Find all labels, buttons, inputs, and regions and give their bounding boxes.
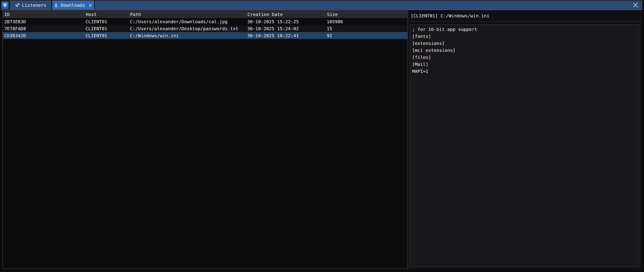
file-content-line: [fonts] — [412, 33, 637, 40]
file-content-line: ; for 16-bit app support — [412, 26, 637, 33]
cell-id: 7E78FAD8 — [3, 25, 84, 32]
cell-host: CLIENT01 — [84, 25, 128, 32]
close-panel-icon[interactable] — [632, 2, 638, 8]
cell-id: CD3B342D — [3, 32, 84, 39]
cell-host: CLIENT01 — [84, 18, 128, 25]
cell-creation-date: 30-10-2025 15:24:02 — [246, 25, 325, 32]
tab-downloads-label: Downloads — [60, 3, 85, 8]
table-empty-area — [3, 39, 407, 268]
cell-path: C:/Windows/win.ini — [128, 32, 246, 39]
cell-size: 15 — [325, 25, 407, 32]
cell-host: CLIENT01 — [84, 32, 128, 39]
collapse-down-icon — [2, 3, 8, 8]
app-window: Listeners Downloads — [0, 0, 644, 272]
file-content-line: [extensions] — [412, 40, 637, 47]
cell-creation-date: 30-10-2025 15:22:25 — [246, 18, 325, 25]
file-content-line: [files] — [412, 54, 637, 61]
file-preview-panel: [CLIENT01] C:/Windows/win.ini ; for 16-b… — [408, 10, 641, 269]
column-header-creation-date[interactable]: Creation Date — [246, 11, 325, 18]
tab-downloads[interactable]: Downloads — [52, 1, 94, 10]
tab-bar-filler — [95, 1, 642, 10]
column-header-size[interactable]: Size — [325, 11, 407, 18]
table-row[interactable]: 2B73EB3D CLIENT01 C:/Users/alexander/Dow… — [3, 18, 407, 25]
tab-listeners[interactable]: Listeners — [10, 1, 51, 10]
column-header-host[interactable]: Host — [84, 11, 128, 18]
downloads-table: ID Host Path Creation Date Size 2B73EB3D… — [2, 10, 408, 269]
cell-id: 2B73EB3D — [3, 18, 84, 25]
cell-path: C:/Users/alexander/Downloads/cat.jpg — [128, 18, 246, 25]
file-content-line: [Mail] — [412, 61, 637, 68]
file-content-line: MAPI=1 — [412, 68, 637, 75]
tab-listeners-label: Listeners — [22, 3, 46, 8]
tab-close-icon[interactable] — [88, 3, 92, 8]
column-header-path[interactable]: Path — [128, 11, 246, 18]
preview-title: [CLIENT01] C:/Windows/win.ini — [410, 13, 639, 19]
main-menu-button[interactable] — [1, 1, 8, 9]
cell-creation-date: 30-10-2025 18:22:41 — [246, 32, 325, 39]
table-row[interactable]: 7E78FAD8 CLIENT01 C:/Users/alexander/Des… — [3, 25, 407, 32]
dock-tab-bar: Listeners Downloads — [0, 1, 644, 10]
table-header-row: ID Host Path Creation Date Size — [3, 11, 407, 18]
file-content-view[interactable]: ; for 16-bit app support [fonts] [extens… — [410, 25, 639, 267]
download-icon — [54, 3, 58, 8]
cell-size: 105986 — [325, 18, 407, 25]
column-header-id[interactable]: ID — [3, 11, 84, 18]
cell-path: C:/Users/alexander/Desktop/passwords.txt — [128, 25, 246, 32]
satellite-icon — [15, 3, 20, 8]
file-content-line: [mci extensions] — [412, 47, 637, 54]
cell-size: 92 — [325, 32, 407, 39]
table-row-selected[interactable]: CD3B342D CLIENT01 C:/Windows/win.ini 30-… — [3, 32, 407, 39]
